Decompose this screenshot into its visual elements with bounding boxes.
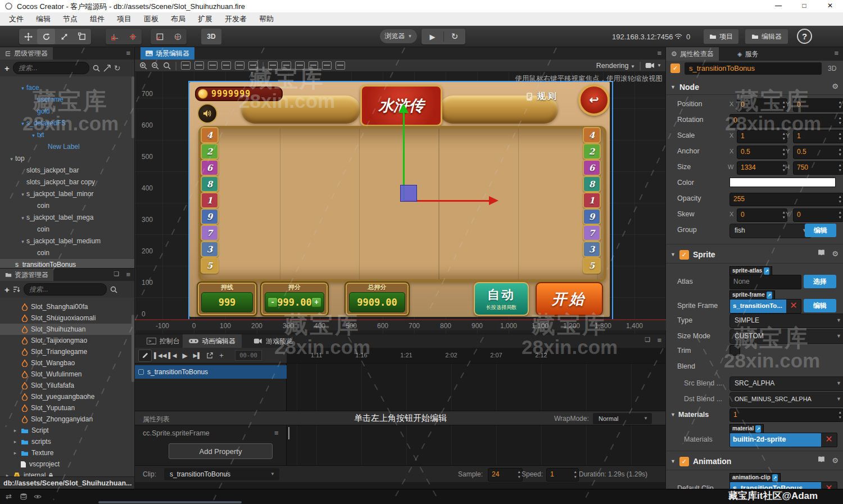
scene-canvas[interactable]: 700 600 500 400 300 200 100 0 使用鼠标右键平移视窗… — [135, 72, 666, 334]
tree-item-selected[interactable]: s_transitionToBonus — [0, 259, 135, 269]
camera-dropdown[interactable]: ▼ — [645, 62, 661, 69]
position-y-field[interactable]: 0▲▼ — [793, 98, 843, 112]
tab-animation-editor[interactable]: 动画编辑器 — [183, 334, 242, 348]
auto-spin-button[interactable]: 自动 长按选择局数 — [474, 282, 529, 316]
tree-item[interactable]: ▾s_jackpot_label_mega — [0, 212, 135, 224]
help-button[interactable]: ? — [797, 29, 812, 44]
tree-item[interactable]: usernme — [0, 94, 135, 106]
distribute-left-icon[interactable] — [309, 61, 318, 70]
tab-game-preview[interactable]: 游戏预览 — [247, 334, 299, 348]
skew-y-field[interactable]: 0▲▼ — [793, 208, 843, 222]
edit-mode-button[interactable] — [138, 349, 152, 362]
align-right-icon[interactable] — [248, 61, 258, 70]
tab-inspector[interactable]: ⚙ 属性检查器 — [666, 47, 719, 61]
asset-folder[interactable]: ▸Texture — [0, 447, 135, 458]
tree-item[interactable]: gold — [0, 106, 135, 117]
play-anim-button[interactable]: ▶ — [179, 352, 191, 360]
rotation-field[interactable]: 0▲▼ — [729, 114, 843, 128]
add-property-button[interactable]: Add Property — [169, 443, 273, 459]
distribute-right-icon[interactable] — [336, 61, 345, 70]
atlas-select-button[interactable]: 选择 — [804, 275, 836, 288]
anchor-x-field[interactable]: 0.5▲▼ — [737, 146, 787, 159]
menu-file[interactable]: 文件 — [3, 12, 29, 26]
center-pivot-icon[interactable] — [124, 29, 142, 44]
preview-target-dropdown[interactable]: 浏览器▼ — [380, 29, 417, 43]
refresh-button[interactable]: ↻ — [444, 29, 465, 44]
start-button[interactable]: 开始 — [536, 282, 603, 316]
tree-item[interactable]: ▾top — [0, 153, 135, 165]
sprite-section-header[interactable]: ▼ Sprite ⚙ — [666, 247, 843, 262]
tree-item[interactable]: ▾s_jackpot_label_minor — [0, 188, 135, 200]
property-menu-icon[interactable]: ≡ — [274, 429, 279, 437]
3d-mode-button[interactable]: 3D — [201, 29, 221, 44]
asset-item[interactable]: Slot_Shuiguoxiaomali — [0, 312, 135, 324]
color-swatch[interactable] — [729, 178, 836, 187]
track-item-selected[interactable]: s_transitionToBonus — [135, 365, 287, 379]
search-icon[interactable] — [110, 286, 117, 293]
timeline-cursor[interactable] — [288, 427, 289, 439]
tree-item[interactable]: ▾s_delayedFS — [0, 117, 135, 129]
eye-icon[interactable] — [34, 494, 42, 500]
menu-help[interactable]: 帮助 — [253, 12, 279, 26]
type-dropdown[interactable]: SIMPLE▼ — [729, 314, 843, 328]
tab-scene-editor[interactable]: 场景编辑器 — [140, 47, 194, 60]
open-link-icon[interactable]: ↗ — [755, 425, 761, 433]
node-active-checkbox[interactable] — [670, 63, 680, 73]
align-vcenter-icon[interactable] — [194, 61, 204, 70]
zoom-out-icon[interactable] — [151, 62, 159, 70]
size-mode-dropdown[interactable]: CUSTOM▼ — [729, 329, 843, 344]
asset-folder[interactable]: ▸Script — [0, 425, 135, 436]
panel-menu-icon[interactable]: ≡ — [126, 270, 130, 279]
refresh-tree-icon[interactable]: ↻ — [114, 63, 121, 72]
collapse-arrow-icon[interactable]: ▼ — [670, 458, 676, 464]
dst-blend-dropdown[interactable]: ONE_MINUS_SRC_ALPHA▼ — [729, 392, 843, 407]
asset-item[interactable]: Slot_yueguangbaohe — [0, 391, 135, 402]
node-name-field[interactable]: s_transitionToBonus — [685, 62, 822, 75]
hierarchy-search-input[interactable] — [13, 62, 89, 74]
minimize-button[interactable]: — — [765, 2, 791, 10]
skew-x-field[interactable]: 0▲▼ — [737, 208, 787, 222]
assets-search-input[interactable] — [24, 283, 107, 296]
tab-service[interactable]: ◈ 服务 — [732, 47, 763, 61]
clip-dropdown[interactable]: s_transitionToBonus ▼ — [164, 468, 279, 480]
horizontal-scrollbar[interactable] — [98, 501, 242, 503]
popout-icon[interactable]: ❏ — [645, 336, 650, 343]
asset-item-selected[interactable]: Slot_Shuihuzhuan — [0, 324, 135, 335]
anchor-y-field[interactable]: 0.5▲▼ — [793, 146, 843, 159]
zoom-reset-icon[interactable] — [163, 62, 171, 70]
move-tool-icon[interactable] — [19, 29, 37, 44]
asset-file[interactable]: vscproject — [0, 458, 135, 470]
collapse-arrow-icon[interactable]: ▼ — [670, 84, 676, 90]
open-link-icon[interactable]: ↗ — [764, 267, 769, 275]
prev-frame-button[interactable]: ▌◀ — [166, 352, 179, 358]
tab-assets[interactable]: 资源管理器 — [0, 269, 53, 281]
tree-item[interactable]: coin — [0, 247, 135, 259]
menu-developer[interactable]: 开发者 — [219, 12, 252, 26]
next-frame-button[interactable]: ▶▌ — [191, 352, 203, 358]
export-icon[interactable] — [203, 351, 216, 361]
asset-item[interactable]: Slot_Wufulinmen — [0, 369, 135, 380]
maximize-button[interactable]: □ — [791, 2, 817, 10]
close-button[interactable]: ✕ — [817, 2, 843, 10]
wrapmode-dropdown[interactable]: Normal ▼ — [593, 413, 652, 424]
panel-menu-icon[interactable]: ≡ — [834, 49, 839, 57]
tree-item[interactable]: slots_jackpot_bar — [0, 165, 135, 176]
asset-item[interactable]: Slot_Yuputuan — [0, 402, 135, 414]
panel-menu-icon[interactable]: ≡ — [657, 336, 661, 344]
animation-enabled-checkbox[interactable] — [679, 457, 689, 466]
tree-item[interactable]: New Label — [0, 141, 135, 153]
tree-item[interactable]: coin — [0, 224, 135, 235]
asset-item[interactable]: Slot_Yilufafafa — [0, 380, 135, 391]
collapse-arrow-icon[interactable]: ▼ — [670, 252, 676, 257]
bet-plus-button[interactable]: + — [311, 297, 321, 307]
assets-scrollbar[interactable] — [132, 315, 134, 382]
menu-edit[interactable]: 编辑 — [30, 12, 56, 26]
play-button[interactable]: ▶ — [422, 29, 443, 44]
asset-item[interactable]: Slot_Zhongganyidan — [0, 414, 135, 425]
animated-property[interactable]: cc.Sprite.spriteFrame — [143, 429, 210, 437]
help-doc-icon[interactable] — [818, 249, 825, 256]
sprite-frame-value[interactable]: s_transitionTo... ✕ — [729, 299, 801, 314]
open-link-icon[interactable]: ↗ — [772, 474, 778, 482]
add-node-icon[interactable]: + — [4, 63, 10, 73]
node-section-header[interactable]: ▼ Node ⚙ — [666, 80, 843, 94]
